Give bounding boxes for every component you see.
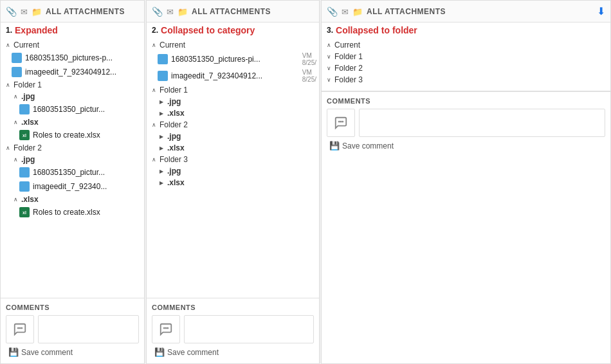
panel3-save-comment-button[interactable]: 💾 Save comment <box>327 140 605 152</box>
panel1-header: ALL ATTACHMENTS <box>1 1 144 23</box>
arrow-current <box>3 41 12 50</box>
tree-file-2[interactable]: imageedit_7_923404912... <box>1 65 144 79</box>
arrow-xlsx2 <box>11 195 20 204</box>
panel-collapsed-folder: ALL ATTACHMENTS ⬇ 3. Collapsed to folder… <box>321 0 611 364</box>
p2-arrow-jpg3 <box>157 167 166 176</box>
panel3-comments: COMMENTS 💾 Save comment <box>322 91 610 157</box>
p2-arrow-xlsx2 <box>157 143 166 152</box>
panel3-tree: Current Folder 1 Folder 2 Folder 3 <box>322 37 610 91</box>
folder-tree-icon-3 <box>352 6 363 17</box>
panel2-cat-xlsx-1[interactable]: .xlsx <box>147 107 319 119</box>
folder-tree-icon <box>32 6 42 17</box>
panel3-header: ALL ATTACHMENTS ⬇ <box>322 1 610 23</box>
arrow-folder2 <box>3 143 12 152</box>
pin-icon-3 <box>327 6 338 17</box>
arrow-jpg2 <box>11 155 20 164</box>
panel1-save-comment-button[interactable]: 💾 Save comment <box>6 346 139 358</box>
panel3-comment-icon <box>327 109 355 137</box>
tree-file-jpg-1[interactable]: 1680351350_pictur... <box>1 102 144 116</box>
p2-arrow-folder1 <box>149 86 158 95</box>
panel2-cat-xlsx-2[interactable]: .xlsx <box>147 142 319 154</box>
panel3-comment-textarea[interactable] <box>359 109 605 137</box>
panel3-folder-3[interactable]: Folder 3 <box>322 74 610 86</box>
panel2-comment-area <box>152 315 314 343</box>
file-xls-icon-2: xl <box>19 206 30 218</box>
panel2-save-comment-button[interactable]: 💾 Save comment <box>152 346 314 358</box>
panel2-file-1[interactable]: 1680351350_pictures-pi... VM8/25/ <box>147 51 319 68</box>
p2-arrow-xlsx1 <box>157 109 166 118</box>
p3-arrow-folder2 <box>324 64 333 73</box>
panel2-comments: COMMENTS 💾 Save comment <box>147 298 319 363</box>
file-img-icon-1 <box>11 52 23 64</box>
p3-arrow-folder3 <box>324 75 333 84</box>
panel3-comment-area <box>327 109 605 137</box>
tree-file-jpg-3[interactable]: imageedit_7_92340... <box>1 179 144 194</box>
panel3-save-icon: 💾 <box>329 141 340 150</box>
tree-cat-xlsx-2[interactable]: .xlsx <box>1 194 144 205</box>
panel2-comment-textarea[interactable] <box>184 315 314 343</box>
file-img-icon-4 <box>19 167 30 178</box>
p2-arrow-current <box>149 41 158 50</box>
panel1-section-label: 1. <box>6 26 12 35</box>
p2-arrow-folder2 <box>149 120 158 129</box>
pin-icon <box>6 6 17 17</box>
tree-cat-xlsx-1[interactable]: .xlsx <box>1 116 144 128</box>
file-img-icon-3 <box>19 104 30 115</box>
pin-icon-2 <box>152 6 163 17</box>
download-icon[interactable]: ⬇ <box>597 5 605 17</box>
panel3-title: ALL ATTACHMENTS <box>367 7 593 16</box>
panel2-title: ALL ATTACHMENTS <box>192 7 314 16</box>
panel2-section-label: 2. <box>152 26 158 35</box>
panel2-cat-xlsx-3[interactable]: .xlsx <box>147 177 319 188</box>
panel2-save-icon: 💾 <box>154 347 165 357</box>
envelope-icon <box>21 6 28 17</box>
arrow-jpg1 <box>11 92 20 101</box>
panel3-folder-current[interactable]: Current <box>322 39 610 51</box>
panel3-section-label: 3. <box>327 26 333 35</box>
envelope-icon-2 <box>167 6 174 17</box>
tree-folder-current[interactable]: Current <box>1 39 144 51</box>
tree-file-1[interactable]: 1680351350_pictures-p... <box>1 51 144 65</box>
panel2-folder-2[interactable]: Folder 2 <box>147 119 319 131</box>
panel2-cat-jpg-2[interactable]: .jpg <box>147 131 319 142</box>
panel1-comments: COMMENTS 💾 Save comment <box>1 298 144 363</box>
panel2-cat-jpg-3[interactable]: .jpg <box>147 165 319 177</box>
panel1-comment-textarea[interactable] <box>38 315 139 343</box>
tree-file-jpg-2[interactable]: 1680351350_pictur... <box>1 165 144 179</box>
tree-cat-jpg-1[interactable]: .jpg <box>1 91 144 102</box>
file-img-icon-5 <box>19 181 30 192</box>
panel2-comments-label: COMMENTS <box>152 304 314 311</box>
panel1-save-icon: 💾 <box>8 347 19 357</box>
arrow-folder1 <box>3 80 12 89</box>
p3-arrow-folder1 <box>324 52 333 61</box>
panel1-section-text: Expanded <box>15 25 58 35</box>
panel2-file-2[interactable]: imageedit_7_923404912... VM8/25/ <box>147 68 319 84</box>
p2-arrow-jpg1 <box>157 97 166 106</box>
panel2-folder-1[interactable]: Folder 1 <box>147 84 319 96</box>
file-img-icon-2 <box>11 66 23 78</box>
panel2-folder-current[interactable]: Current <box>147 39 319 51</box>
panel2-section-text: Collapsed to category <box>161 25 255 35</box>
panel3-folder-1[interactable]: Folder 1 <box>322 51 610 62</box>
p2-img-icon-1 <box>157 53 169 65</box>
panel1-comments-label: COMMENTS <box>6 304 139 311</box>
panel2-cat-jpg-1[interactable]: .jpg <box>147 96 319 107</box>
panel1-comment-area <box>6 315 139 343</box>
panel3-section-text: Collapsed to folder <box>336 25 417 35</box>
panel-collapsed-category: ALL ATTACHMENTS 2. Collapsed to category… <box>146 0 320 364</box>
panel2-comment-icon <box>152 315 180 343</box>
envelope-icon-3 <box>342 6 349 17</box>
panel3-folder-2[interactable]: Folder 2 <box>322 62 610 74</box>
tree-file-xlsx-1[interactable]: xl Roles to create.xlsx <box>1 128 144 142</box>
tree-cat-jpg-2[interactable]: .jpg <box>1 154 144 165</box>
tree-folder-2[interactable]: Folder 2 <box>1 142 144 154</box>
panel3-comments-label: COMMENTS <box>327 97 605 105</box>
panel1-tree: Current 1680351350_pictures-p... imageed… <box>1 37 144 298</box>
p3-arrow-current <box>324 41 333 50</box>
folder-tree-icon-2 <box>178 6 188 17</box>
p2-arrow-jpg2 <box>157 132 166 141</box>
panel-expanded: ALL ATTACHMENTS 1. Expanded Current 1680… <box>0 0 145 364</box>
panel2-folder-3[interactable]: Folder 3 <box>147 154 319 165</box>
tree-folder-1[interactable]: Folder 1 <box>1 79 144 91</box>
tree-file-xlsx-2[interactable]: xl Roles to create.xlsx <box>1 205 144 219</box>
